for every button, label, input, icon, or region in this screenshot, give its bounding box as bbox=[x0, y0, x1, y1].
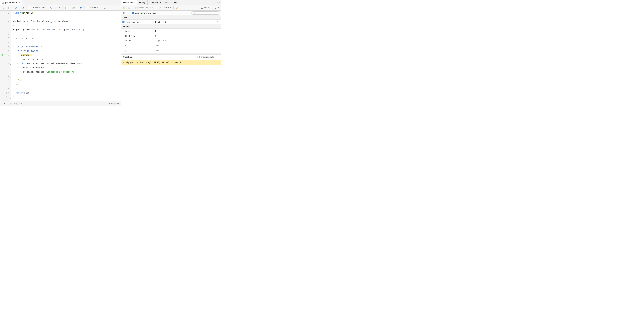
minimize-pane-icon[interactable] bbox=[214, 2, 216, 3]
grid-icon bbox=[135, 7, 138, 9]
frame-arrow-icon: ➔ bbox=[123, 61, 124, 64]
checkbox-icon[interactable] bbox=[198, 56, 200, 58]
svg-rect-4 bbox=[66, 7, 67, 9]
editor-gutter[interactable]: 12345▾6789▾10▾111213▾141516▴17▴18▴192021… bbox=[0, 11, 12, 101]
view-mode-label: List bbox=[204, 7, 207, 9]
editor-file-tab[interactable]: R palindrome.R × bbox=[0, 0, 22, 5]
env-search-input[interactable] bbox=[191, 12, 220, 15]
env-scope-func: biggest_palindrome() bbox=[134, 12, 159, 14]
chevron-down-icon: ▼ bbox=[59, 7, 60, 9]
view-mode-button[interactable]: List ▼ bbox=[200, 6, 210, 10]
minimize-pane-icon[interactable] bbox=[113, 2, 116, 3]
env-row[interactable]: ▶.Last.valueList of 2 bbox=[121, 20, 221, 25]
svg-rect-5 bbox=[72, 7, 74, 9]
code-tools-button[interactable]: ▼ bbox=[54, 6, 61, 10]
svg-point-3 bbox=[50, 7, 52, 9]
env-row[interactable]: best_val0 bbox=[121, 34, 221, 38]
source-icon bbox=[87, 7, 89, 9]
save-icon bbox=[128, 7, 130, 9]
outline-button[interactable] bbox=[102, 6, 107, 10]
editor-toolbar: Source on Save ▼ Source ▼ bbox=[0, 5, 121, 11]
svg-rect-6 bbox=[87, 7, 88, 9]
search-icon[interactable] bbox=[217, 21, 221, 23]
env-toolbar: Import Dataset ▼ 113 MiB ▼ List ▼ ▼ bbox=[121, 5, 221, 11]
env-lang-selector[interactable]: R ▼ bbox=[122, 12, 128, 15]
source-on-save-toggle[interactable]: Source on Save bbox=[28, 6, 46, 9]
run-button[interactable] bbox=[71, 6, 76, 10]
nav-fwd-button[interactable] bbox=[6, 6, 10, 10]
traceback-body: ➔biggest_palindrome(0, TRUE) at palindro… bbox=[121, 59, 221, 66]
env-scope-selector[interactable]: f biggest_palindrome() ▼ bbox=[131, 12, 162, 15]
language-selector[interactable]: R Script ▲▼ bbox=[107, 101, 119, 106]
env-tab-environment[interactable]: Environment bbox=[121, 0, 137, 5]
editor-code[interactable]: library(stringi)¬¬palindrome·<-·function… bbox=[12, 11, 121, 101]
source-button-label: Source bbox=[90, 7, 96, 9]
expand-icon[interactable]: ▶ bbox=[122, 21, 124, 23]
folder-open-icon bbox=[123, 7, 126, 9]
compile-report-button[interactable] bbox=[64, 6, 68, 10]
svg-rect-7 bbox=[129, 7, 130, 8]
clear-workspace-button[interactable] bbox=[175, 6, 179, 10]
language-label: R Script bbox=[109, 102, 116, 105]
env-row[interactable]: x100L bbox=[121, 43, 221, 48]
run-icon bbox=[72, 7, 75, 9]
pane-divider[interactable] bbox=[121, 53, 221, 55]
maximize-pane-icon[interactable] bbox=[117, 2, 119, 4]
svg-rect-1 bbox=[22, 7, 23, 8]
env-row[interactable]: printlogi TRUE bbox=[121, 38, 221, 43]
editor-statusbar: 22:1 (Top Level) ▲▼ R Script ▲▼ bbox=[0, 101, 121, 106]
env-tab-history[interactable]: History bbox=[137, 0, 148, 5]
chevron-down-icon: ▼ bbox=[208, 7, 210, 9]
env-tab-connections[interactable]: Connections bbox=[148, 0, 164, 5]
refresh-icon bbox=[214, 7, 217, 9]
env-section-header: Data bbox=[121, 16, 221, 20]
svg-rect-2 bbox=[22, 8, 24, 9]
traceback-frame[interactable]: ➔biggest_palindrome(0, TRUE) at palindro… bbox=[122, 60, 221, 65]
source-button[interactable]: Source ▼ bbox=[86, 6, 100, 10]
nav-back-button[interactable] bbox=[1, 6, 6, 10]
env-body: Data▶.Last.valueList of 2Valuesbest0best… bbox=[121, 16, 221, 53]
close-icon[interactable]: × bbox=[19, 2, 20, 4]
chevron-down-icon: ▼ bbox=[160, 12, 161, 14]
function-icon: f bbox=[132, 12, 134, 14]
import-dataset-label: Import Dataset bbox=[138, 7, 151, 9]
import-dataset-button[interactable]: Import Dataset ▼ bbox=[134, 6, 154, 10]
scope-label: (Top Level) bbox=[9, 102, 18, 105]
code-editor[interactable]: 12345▾6789▾10▾111213▾141516▴17▴18▴192021… bbox=[0, 11, 121, 101]
maximize-pane-icon[interactable] bbox=[218, 2, 220, 4]
env-tab-git[interactable]: Git bbox=[172, 0, 179, 5]
env-row[interactable]: best0 bbox=[121, 29, 221, 34]
editor-tabbar: R palindrome.R × bbox=[0, 0, 121, 5]
env-row[interactable]: y100L bbox=[121, 48, 221, 53]
search-icon bbox=[193, 12, 195, 14]
memory-usage-button[interactable]: 113 MiB ▼ bbox=[158, 6, 172, 10]
save-button[interactable] bbox=[21, 6, 25, 10]
traceback-header: Traceback Show internals bbox=[121, 55, 221, 59]
load-workspace-button[interactable] bbox=[122, 6, 126, 10]
svg-rect-8 bbox=[136, 7, 138, 9]
env-tab-build[interactable]: Build bbox=[164, 0, 172, 5]
refresh-button[interactable]: ▼ bbox=[214, 6, 220, 10]
chevron-down-icon: ▼ bbox=[152, 7, 154, 9]
outline-icon bbox=[103, 7, 106, 9]
cursor-position: 22:1 bbox=[2, 102, 5, 105]
broom-icon bbox=[176, 7, 178, 9]
minimize-traceback-icon[interactable] bbox=[217, 57, 220, 57]
rerun-icon bbox=[80, 7, 82, 9]
svg-point-11 bbox=[218, 21, 219, 22]
list-icon bbox=[201, 7, 204, 9]
env-scope-bar: R ▼ f biggest_palindrome() ▼ bbox=[121, 11, 221, 16]
show-in-new-window-button[interactable] bbox=[14, 6, 18, 10]
chevron-down-icon: ▼ bbox=[218, 7, 219, 9]
traceback-title: Traceback bbox=[122, 56, 133, 58]
scope-selector[interactable]: (Top Level) ▲▼ bbox=[7, 101, 22, 106]
env-lang-label: R bbox=[123, 12, 124, 14]
find-button[interactable] bbox=[49, 6, 54, 10]
memory-label: 113 MiB bbox=[162, 7, 169, 9]
save-workspace-button[interactable] bbox=[127, 6, 132, 10]
editor-file-name: palindrome.R bbox=[5, 2, 18, 4]
rerun-button[interactable] bbox=[79, 6, 83, 10]
chevron-down-icon: ▼ bbox=[126, 12, 127, 14]
updown-icon: ▲▼ bbox=[19, 103, 22, 105]
r-file-icon: R bbox=[2, 1, 4, 4]
